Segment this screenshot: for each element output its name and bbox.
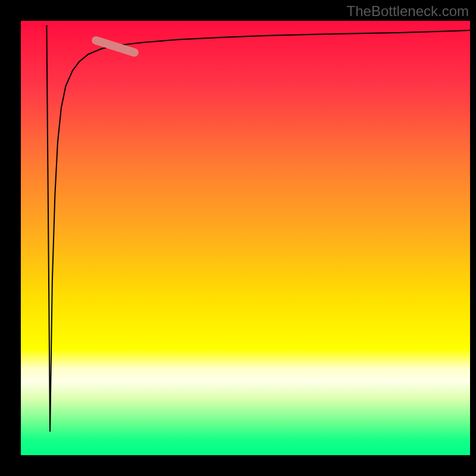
frame-bottom xyxy=(0,455,476,476)
chart-svg xyxy=(0,0,476,476)
chart-background xyxy=(21,21,470,455)
frame-right xyxy=(470,0,476,476)
attribution-label: TheBottleneck.com xyxy=(347,3,469,20)
frame-left xyxy=(0,0,21,476)
chart-container: TheBottleneck.com xyxy=(0,0,476,476)
